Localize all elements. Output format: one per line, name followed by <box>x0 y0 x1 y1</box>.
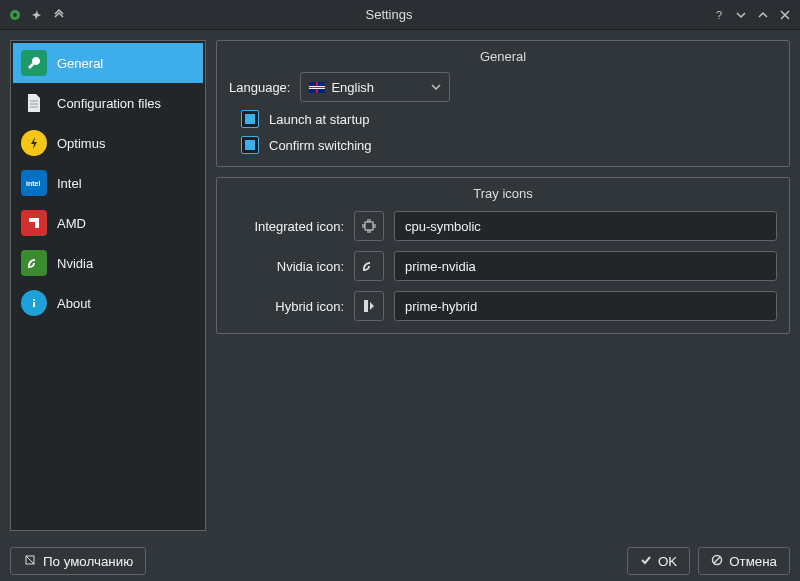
integrated-icon-input[interactable] <box>394 211 777 241</box>
minimize-icon[interactable] <box>734 8 748 22</box>
language-label: Language: <box>229 80 290 95</box>
info-icon <box>21 290 47 316</box>
app-icon <box>8 8 22 22</box>
maximize-icon[interactable] <box>756 8 770 22</box>
cancel-icon <box>711 554 723 569</box>
svg-point-1 <box>13 13 17 17</box>
amd-icon <box>21 210 47 236</box>
sidebar-item-label: About <box>57 296 91 311</box>
hybrid-icon-preview[interactable] <box>354 291 384 321</box>
svg-point-4 <box>33 299 35 301</box>
integrated-icon-label: Integrated icon: <box>229 219 344 234</box>
sidebar-item-label: AMD <box>57 216 86 231</box>
integrated-icon-preview[interactable] <box>354 211 384 241</box>
launch-at-startup-label: Launch at startup <box>269 112 369 127</box>
close-icon[interactable] <box>778 8 792 22</box>
reset-icon <box>23 553 37 570</box>
hybrid-icon <box>362 298 376 314</box>
nvidia-eye-icon <box>361 260 377 272</box>
group-tray-heading: Tray icons <box>229 186 777 201</box>
check-icon <box>640 554 652 569</box>
nvidia-icon-preview[interactable] <box>354 251 384 281</box>
wrench-icon <box>21 50 47 76</box>
sidebar-item-general[interactable]: General <box>13 43 203 83</box>
chevron-down-icon <box>431 80 441 95</box>
content-pane: General Language: English Launch at star… <box>216 40 790 531</box>
svg-rect-5 <box>33 302 35 307</box>
svg-rect-7 <box>364 300 368 312</box>
nvidia-icon <box>21 250 47 276</box>
cpu-icon <box>361 218 377 234</box>
confirm-switching-label: Confirm switching <box>269 138 372 153</box>
sidebar-item-amd[interactable]: AMD <box>13 203 203 243</box>
intel-icon: intel <box>21 170 47 196</box>
sidebar: General Configuration files Optimus inte… <box>10 40 206 531</box>
sidebar-item-optimus[interactable]: Optimus <box>13 123 203 163</box>
sidebar-item-label: General <box>57 56 103 71</box>
bolt-icon <box>21 130 47 156</box>
pin-icon[interactable] <box>30 8 44 22</box>
window-title: Settings <box>66 7 712 22</box>
sidebar-item-nvidia[interactable]: Nvidia <box>13 243 203 283</box>
sidebar-item-label: Optimus <box>57 136 105 151</box>
defaults-button[interactable]: По умолчанию <box>10 547 146 575</box>
hybrid-icon-label: Hybrid icon: <box>229 299 344 314</box>
language-value: English <box>331 80 374 95</box>
group-general-heading: General <box>229 49 777 64</box>
uk-flag-icon <box>309 82 325 93</box>
sidebar-item-intel[interactable]: intel Intel <box>13 163 203 203</box>
confirm-switching-checkbox[interactable] <box>241 136 259 154</box>
footer: По умолчанию OK Отмена <box>0 541 800 581</box>
group-general: General Language: English Launch at star… <box>216 40 790 167</box>
svg-rect-6 <box>365 222 373 230</box>
group-tray-icons: Tray icons Integrated icon: Nvidia icon:… <box>216 177 790 334</box>
sidebar-item-about[interactable]: About <box>13 283 203 323</box>
svg-text:?: ? <box>716 9 722 21</box>
ok-button[interactable]: OK <box>627 547 690 575</box>
language-select[interactable]: English <box>300 72 450 102</box>
document-icon <box>21 90 47 116</box>
svg-text:intel: intel <box>26 180 40 187</box>
sidebar-item-config-files[interactable]: Configuration files <box>13 83 203 123</box>
shade-up-icon[interactable] <box>52 8 66 22</box>
cancel-button[interactable]: Отмена <box>698 547 790 575</box>
help-icon[interactable]: ? <box>712 8 726 22</box>
sidebar-item-label: Configuration files <box>57 96 161 111</box>
launch-at-startup-checkbox[interactable] <box>241 110 259 128</box>
sidebar-item-label: Intel <box>57 176 82 191</box>
hybrid-icon-input[interactable] <box>394 291 777 321</box>
nvidia-icon-label: Nvidia icon: <box>229 259 344 274</box>
sidebar-item-label: Nvidia <box>57 256 93 271</box>
nvidia-icon-input[interactable] <box>394 251 777 281</box>
titlebar: Settings ? <box>0 0 800 30</box>
